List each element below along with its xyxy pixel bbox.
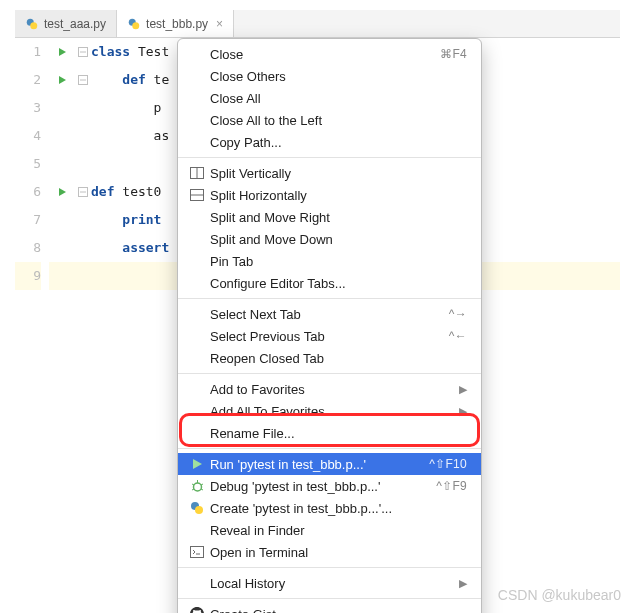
menu-item-label: Open in Terminal — [210, 545, 467, 560]
tab-label: test_bbb.py — [146, 17, 208, 31]
menu-item-label: Close All — [210, 91, 467, 106]
svg-line-20 — [201, 489, 203, 490]
run-line-marker — [49, 122, 75, 150]
run-line-marker — [49, 150, 75, 178]
menu-item[interactable]: Rename File... — [178, 422, 481, 444]
python-file-icon — [25, 17, 39, 31]
github-icon — [188, 607, 206, 613]
line-number: 7 — [15, 206, 41, 234]
run-line-marker[interactable] — [49, 38, 75, 66]
fold-marker — [75, 206, 91, 234]
menu-item-label: Select Previous Tab — [210, 329, 449, 344]
menu-item-label: Create Gist... — [210, 607, 467, 614]
menu-item[interactable]: Open in Terminal — [178, 541, 481, 563]
svg-line-19 — [192, 489, 194, 490]
fold-marker — [75, 122, 91, 150]
menu-item[interactable]: Run 'pytest in test_bbb.p...'^⇧F10 — [178, 453, 481, 475]
menu-item-label: Debug 'pytest in test_bbb.p...' — [210, 479, 436, 494]
play-icon — [59, 48, 66, 56]
menu-item[interactable]: Add All To Favorites▶ — [178, 400, 481, 422]
fold-marker[interactable] — [75, 66, 91, 94]
menu-item[interactable]: Split and Move Down — [178, 228, 481, 250]
menu-separator — [178, 373, 481, 374]
run-gutter — [49, 38, 75, 575]
menu-item[interactable]: Pin Tab — [178, 250, 481, 272]
play-icon — [59, 76, 66, 84]
fold-marker — [75, 94, 91, 122]
menu-item[interactable]: Select Next Tab^→ — [178, 303, 481, 325]
debug-icon — [188, 480, 206, 493]
menu-item[interactable]: Local History▶ — [178, 572, 481, 594]
menu-item-label: Rename File... — [210, 426, 467, 441]
menu-item-label: Run 'pytest in test_bbb.p...' — [210, 457, 429, 472]
svg-point-15 — [193, 483, 201, 491]
svg-line-17 — [192, 484, 194, 485]
menu-item-label: Close — [210, 47, 440, 62]
fold-gutter — [75, 38, 91, 575]
run-line-marker[interactable] — [49, 66, 75, 94]
fold-marker[interactable] — [75, 38, 91, 66]
menu-item-shortcut: ^⇧F10 — [429, 457, 467, 471]
tab-test-aaa[interactable]: test_aaa.py — [15, 10, 117, 37]
menu-item-label: Local History — [210, 576, 453, 591]
menu-item-label: Reopen Closed Tab — [210, 351, 467, 366]
menu-item[interactable]: Debug 'pytest in test_bbb.p...'^⇧F9 — [178, 475, 481, 497]
menu-item-label: Close All to the Left — [210, 113, 467, 128]
menu-item-label: Select Next Tab — [210, 307, 449, 322]
split-h-icon — [188, 189, 206, 201]
menu-separator — [178, 157, 481, 158]
menu-item-label: Split Vertically — [210, 166, 467, 181]
menu-item-label: Close Others — [210, 69, 467, 84]
svg-marker-14 — [193, 459, 202, 469]
menu-item[interactable]: Close⌘F4 — [178, 43, 481, 65]
svg-line-18 — [201, 484, 203, 485]
menu-item-shortcut: ^⇧F9 — [436, 479, 467, 493]
menu-item-shortcut: ^→ — [449, 307, 467, 321]
menu-item[interactable]: Split and Move Right — [178, 206, 481, 228]
run-line-marker[interactable] — [49, 178, 75, 206]
line-number: 4 — [15, 122, 41, 150]
menu-item[interactable]: Add to Favorites▶ — [178, 378, 481, 400]
watermark: CSDN @kukubear0 — [498, 587, 621, 603]
menu-item[interactable]: Close All to the Left — [178, 109, 481, 131]
run-line-marker — [49, 206, 75, 234]
svg-point-22 — [195, 506, 203, 514]
menu-item-label: Pin Tab — [210, 254, 467, 269]
menu-item[interactable]: Reveal in Finder — [178, 519, 481, 541]
menu-item-shortcut: ⌘F4 — [440, 47, 467, 61]
menu-item-shortcut: ^← — [449, 329, 467, 343]
fold-marker — [75, 150, 91, 178]
menu-item[interactable]: Close Others — [178, 65, 481, 87]
menu-item[interactable]: Create Gist... — [178, 603, 481, 613]
menu-item[interactable]: Select Previous Tab^← — [178, 325, 481, 347]
run-line-marker — [49, 94, 75, 122]
menu-item-label: Split and Move Down — [210, 232, 467, 247]
svg-rect-23 — [191, 547, 204, 558]
menu-item[interactable]: Configure Editor Tabs... — [178, 272, 481, 294]
menu-item[interactable]: Create 'pytest in test_bbb.p...'... — [178, 497, 481, 519]
play-icon — [59, 188, 66, 196]
run-line-marker — [49, 234, 75, 262]
svg-point-1 — [30, 22, 37, 29]
menu-item[interactable]: Close All — [178, 87, 481, 109]
run-icon — [188, 458, 206, 470]
context-menu: Close⌘F4Close OthersClose AllClose All t… — [177, 38, 482, 613]
fold-marker — [75, 234, 91, 262]
menu-item-label: Create 'pytest in test_bbb.p...'... — [210, 501, 467, 516]
menu-item[interactable]: Split Vertically — [178, 162, 481, 184]
menu-item[interactable]: Reopen Closed Tab — [178, 347, 481, 369]
editor-tabs: test_aaa.py test_bbb.py × — [15, 10, 620, 38]
menu-separator — [178, 567, 481, 568]
line-number: 3 — [15, 94, 41, 122]
submenu-arrow-icon: ▶ — [459, 405, 467, 418]
menu-separator — [178, 298, 481, 299]
close-icon[interactable]: × — [216, 17, 223, 31]
fold-marker[interactable] — [75, 178, 91, 206]
menu-item-label: Add All To Favorites — [210, 404, 453, 419]
tab-test-bbb[interactable]: test_bbb.py × — [117, 10, 234, 37]
menu-item[interactable]: Split Horizontally — [178, 184, 481, 206]
menu-separator — [178, 598, 481, 599]
line-number: 5 — [15, 150, 41, 178]
python-file-icon — [127, 17, 141, 31]
menu-item[interactable]: Copy Path... — [178, 131, 481, 153]
